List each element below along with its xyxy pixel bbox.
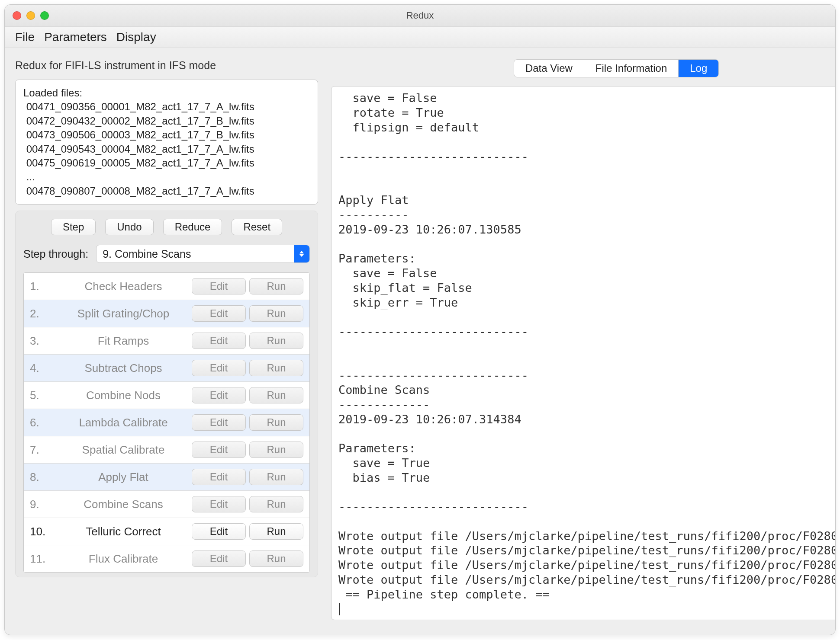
step-through-value: 9. Combine Scans <box>97 248 294 260</box>
loaded-files-header: Loaded files: <box>23 86 310 100</box>
loaded-file: 00475_090619_00005_M82_act1_17_7_A_lw.fi… <box>23 156 310 170</box>
pipeline-step-run-button[interactable]: Run <box>249 550 303 567</box>
pipeline-step-run-button[interactable]: Run <box>249 387 303 403</box>
pipeline-step-edit-button[interactable]: Edit <box>192 523 246 540</box>
pipeline-step-number: 3. <box>30 334 55 348</box>
pipeline-step-edit-button[interactable]: Edit <box>192 469 246 485</box>
pipeline-step-name: Telluric Correct <box>58 525 188 538</box>
pipeline-step-run-button[interactable]: Run <box>249 305 303 322</box>
loaded-files-panel: Loaded files: 00471_090356_00001_M82_act… <box>15 80 318 205</box>
pipeline-step-edit-button[interactable]: Edit <box>192 442 246 458</box>
pipeline-step-run-button[interactable]: Run <box>249 442 303 458</box>
pipeline-step-number: 9. <box>30 498 55 511</box>
pipeline-step-edit-button[interactable]: Edit <box>192 305 246 322</box>
pipeline-step-row: 4.Subtract ChopsEditRun <box>24 355 309 382</box>
undo-button[interactable]: Undo <box>105 219 153 235</box>
pipeline-step-row: 10.Telluric CorrectEditRun <box>24 518 309 545</box>
pipeline-step-row: 11.Flux CalibrateEditRun <box>24 545 309 572</box>
tab-data-view[interactable]: Data View <box>514 60 584 77</box>
pipeline-step-run-button[interactable]: Run <box>249 523 303 540</box>
loaded-files-list: 00471_090356_00001_M82_act1_17_7_A_lw.fi… <box>23 100 310 198</box>
loaded-file: 00471_090356_00001_M82_act1_17_7_A_lw.fi… <box>23 100 310 114</box>
menu-parameters[interactable]: Parameters <box>44 30 107 44</box>
pipeline-step-edit-button[interactable]: Edit <box>192 496 246 512</box>
pipeline-step-name: Split Grating/Chop <box>58 307 188 320</box>
title-bar: Redux <box>5 5 835 27</box>
pipeline-step-edit-button[interactable]: Edit <box>192 278 246 294</box>
pipeline-step-row: 7.Spatial CalibrateEditRun <box>24 436 309 464</box>
loaded-file: 00474_090543_00004_M82_act1_17_7_A_lw.fi… <box>23 142 310 156</box>
pipeline-step-row: 9.Combine ScansEditRun <box>24 491 309 518</box>
pipeline-step-run-button[interactable]: Run <box>249 496 303 512</box>
right-tabs: Data View File Information Log <box>331 59 836 77</box>
pipeline-step-name: Spatial Calibrate <box>58 443 188 457</box>
pipeline-step-row: 1.Check HeadersEditRun <box>24 273 309 300</box>
step-button[interactable]: Step <box>51 219 96 235</box>
pipeline-step-run-button[interactable]: Run <box>249 278 303 294</box>
reset-button[interactable]: Reset <box>232 219 282 235</box>
pipeline-step-name: Apply Flat <box>58 470 188 484</box>
pipeline-step-name: Fit Ramps <box>58 334 188 348</box>
pipeline-step-edit-button[interactable]: Edit <box>192 414 246 431</box>
tab-file-information[interactable]: File Information <box>584 60 679 77</box>
pipeline-step-name: Lambda Calibrate <box>58 416 188 429</box>
pipeline-step-name: Combine Nods <box>58 389 188 402</box>
pipeline-step-row: 6.Lambda CalibrateEditRun <box>24 409 309 436</box>
pipeline-step-number: 4. <box>30 362 55 375</box>
app-window: Redux File Parameters Display Redux for … <box>4 4 836 635</box>
pipeline-step-number: 6. <box>30 416 55 429</box>
loaded-file: 00473_090506_00003_M82_act1_17_7_B_lw.fi… <box>23 128 310 142</box>
pipeline-step-number: 5. <box>30 389 55 402</box>
pipeline-step-row: 8.Apply FlatEditRun <box>24 464 309 491</box>
pipeline-step-row: 3.Fit RampsEditRun <box>24 327 309 355</box>
pipeline-step-edit-button[interactable]: Edit <box>192 387 246 403</box>
window-title: Redux <box>5 10 835 21</box>
menu-display[interactable]: Display <box>116 30 156 44</box>
pipeline-step-run-button[interactable]: Run <box>249 469 303 485</box>
pipeline-step-number: 8. <box>30 470 55 484</box>
pipeline-step-run-button[interactable]: Run <box>249 360 303 376</box>
pipeline-step-run-button[interactable]: Run <box>249 414 303 431</box>
pipeline-step-edit-button[interactable]: Edit <box>192 333 246 349</box>
menu-bar: File Parameters Display <box>5 27 835 48</box>
loaded-file: 00472_090432_00002_M82_act1_17_7_B_lw.fi… <box>23 114 310 128</box>
pipeline-step-number: 7. <box>30 443 55 457</box>
step-through-select[interactable]: 9. Combine Scans <box>96 245 310 263</box>
pipeline-step-name: Check Headers <box>58 280 188 293</box>
loaded-file-ellipsis: ... <box>23 170 310 184</box>
pipeline-controls-panel: Step Undo Reduce Reset Step through: 9. … <box>15 211 318 577</box>
pipeline-steps-list: 1.Check HeadersEditRun2.Split Grating/Ch… <box>23 272 310 573</box>
pipeline-step-run-button[interactable]: Run <box>249 333 303 349</box>
reduce-button[interactable]: Reduce <box>163 219 222 235</box>
pipeline-step-name: Flux Calibrate <box>58 552 188 566</box>
pipeline-step-row: 2.Split Grating/ChopEditRun <box>24 300 309 327</box>
pipeline-step-number: 1. <box>30 280 55 293</box>
pipeline-step-number: 11. <box>30 552 55 566</box>
loaded-file: 00478_090807_00008_M82_act1_17_7_A_lw.fi… <box>23 184 310 198</box>
step-through-label: Step through: <box>23 248 88 260</box>
pipeline-step-edit-button[interactable]: Edit <box>192 360 246 376</box>
log-output: save = False rotate = True flipsign = de… <box>331 86 836 620</box>
mode-subtitle: Redux for FIFI-LS instrument in IFS mode <box>15 59 318 72</box>
text-cursor <box>339 603 340 615</box>
menu-file[interactable]: File <box>15 30 35 44</box>
tab-log[interactable]: Log <box>679 60 718 77</box>
pipeline-step-number: 2. <box>30 307 55 320</box>
pipeline-step-name: Subtract Chops <box>58 362 188 375</box>
pipeline-step-edit-button[interactable]: Edit <box>192 550 246 567</box>
pipeline-step-row: 5.Combine NodsEditRun <box>24 382 309 409</box>
pipeline-step-number: 10. <box>30 525 55 538</box>
pipeline-step-name: Combine Scans <box>58 498 188 511</box>
dropdown-stepper-icon <box>294 245 309 262</box>
